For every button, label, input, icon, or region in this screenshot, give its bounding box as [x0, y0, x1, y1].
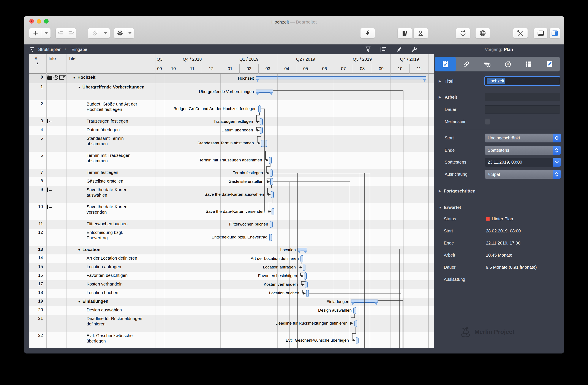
task-bar[interactable]	[306, 290, 309, 297]
task-row-7[interactable]: 7Termin festlegenTermin festlegen	[29, 169, 434, 177]
task-bar[interactable]	[260, 118, 263, 125]
task-row-4[interactable]: 4Datum überlegenDatum überlegen	[29, 126, 434, 135]
task-row-10[interactable]: 10←Save the date-Karten versendenSave th…	[29, 203, 434, 220]
column-header-info[interactable]: Info	[46, 54, 66, 74]
task-bar[interactable]	[271, 191, 274, 198]
right-panel-toggle[interactable]	[549, 28, 560, 39]
task-bar[interactable]	[300, 255, 303, 263]
quarter-header-1[interactable]: Q4 / 2018	[164, 54, 221, 64]
month-header-10[interactable]: 07	[334, 64, 353, 74]
task-row-17[interactable]: 17Kosten verhandelnKosten verhandeln	[29, 280, 434, 289]
task-row-1[interactable]: 1▼Übergreifende VorbereitungenÜbergreife…	[29, 83, 434, 100]
sync-button[interactable]	[456, 28, 470, 39]
add-task-button-group[interactable]	[29, 28, 51, 39]
arbeit-input[interactable]	[484, 93, 560, 101]
quarter-header-2[interactable]: Q1 / 2019	[221, 54, 278, 64]
task-bar[interactable]	[269, 234, 272, 241]
task-row-9[interactable]: 9←Save the date-Karten auswählenSave the…	[29, 186, 434, 203]
quarter-header-4[interactable]: Q3 / 2019	[334, 54, 391, 64]
collapse-triangle-icon[interactable]: ▼	[73, 76, 76, 80]
indent-icon[interactable]	[56, 28, 66, 38]
month-header-9[interactable]: 06	[315, 64, 334, 74]
task-bar[interactable]	[356, 337, 358, 344]
format-brush-icon[interactable]	[395, 46, 402, 53]
resources-button[interactable]	[413, 28, 428, 39]
task-bar[interactable]	[270, 221, 273, 228]
outdent-icon[interactable]	[66, 28, 76, 38]
quarter-header-3[interactable]: Q2 / 2019	[277, 54, 334, 64]
task-bar[interactable]	[305, 281, 308, 288]
task-bar[interactable]	[353, 307, 356, 314]
task-bar[interactable]	[258, 105, 261, 113]
timeline-month-row[interactable]: 091011120102030405060708091011	[155, 64, 428, 74]
publish-button[interactable]	[475, 28, 490, 39]
task-row-16[interactable]: 16Favoriten besichtigenFavoriten besicht…	[29, 272, 434, 280]
ausrichtung-popup[interactable]: ↳Spät	[484, 170, 561, 179]
tab-utilization[interactable]: %	[498, 57, 519, 71]
task-bar[interactable]	[270, 169, 273, 177]
month-header-5[interactable]: 02	[240, 64, 259, 74]
month-header-8[interactable]: 05	[296, 64, 315, 74]
month-header-11[interactable]: 08	[353, 64, 372, 74]
summary-bar[interactable]	[351, 300, 378, 303]
gear-icon[interactable]	[114, 28, 126, 38]
month-header-1[interactable]: 10	[164, 64, 183, 74]
tab-plan-info[interactable]	[435, 57, 456, 71]
task-bar[interactable]	[269, 157, 272, 164]
month-header-2[interactable]: 11	[183, 64, 202, 74]
paperclip-icon[interactable]	[88, 28, 101, 38]
tab-finances[interactable]: $	[477, 57, 498, 71]
add-dropdown-chevron-icon[interactable]	[42, 28, 50, 38]
arbeit-disclosure-icon[interactable]: ▶	[439, 95, 441, 99]
actions-button[interactable]	[360, 28, 375, 39]
task-row-2[interactable]: 2Budget, Größe und Art der Hochzeit fest…	[29, 100, 434, 117]
collapse-triangle-icon[interactable]: ▼	[78, 248, 81, 252]
erwartet-disclosure-icon[interactable]: ▼	[439, 206, 442, 209]
summary-bar[interactable]	[256, 90, 273, 93]
style-list-icon[interactable]	[380, 46, 386, 52]
titel-disclosure-icon[interactable]: ▶	[439, 79, 441, 83]
task-bar[interactable]	[260, 127, 263, 134]
add-icon[interactable]	[30, 28, 42, 38]
tab-notes[interactable]	[539, 57, 560, 71]
settings-wrench-icon[interactable]	[411, 46, 417, 53]
quarter-header-0[interactable]: Q3	[155, 54, 164, 64]
month-header-14[interactable]: 11	[410, 64, 429, 74]
meilenstein-checkbox[interactable]	[484, 119, 490, 124]
month-header-6[interactable]: 03	[259, 64, 278, 74]
tools-button[interactable]	[513, 28, 528, 39]
start-popup[interactable]: Uneingeschränkt	[484, 134, 561, 142]
tab-resources[interactable]	[518, 57, 539, 71]
task-row-15[interactable]: 15Location anfragenLocation anfragen	[29, 263, 434, 272]
summary-bar[interactable]	[297, 248, 307, 251]
summary-bar[interactable]	[256, 76, 426, 80]
task-row-8[interactable]: 8Gästeliste erstellenGästeliste erstelle…	[29, 177, 434, 186]
task-row-18[interactable]: 18Location buchenLocation buchen	[29, 289, 434, 298]
task-row-20[interactable]: 20Design auswählenDesign auswählen	[29, 306, 434, 315]
month-header-0[interactable]: 09	[155, 64, 164, 74]
fortgeschritten-disclosure-icon[interactable]: ▶	[439, 189, 441, 193]
attach-dropdown-chevron-icon[interactable]	[101, 28, 110, 38]
task-bar[interactable]	[270, 178, 273, 185]
task-row-0[interactable]: 0▼HochzeitHochzeit	[29, 74, 434, 83]
dauer-input[interactable]	[484, 105, 560, 114]
task-row-11[interactable]: 11Flitterwochen buchenFlitterwochen buch…	[29, 220, 434, 229]
spaetestens-date-field[interactable]: 23.11.2019, 00:00	[484, 158, 561, 167]
breadcrumb-item-strukturplan[interactable]: Strukturplan	[38, 47, 62, 52]
column-header-number[interactable]: # ▲	[29, 54, 46, 74]
task-row-22[interactable]: 22Evtl. Geschenkwünsche überlegenEvtl. G…	[29, 332, 434, 348]
task-row-19[interactable]: 19▼EinladungenEinladungen	[29, 298, 434, 306]
filter-funnel-icon[interactable]	[365, 46, 371, 53]
month-header-4[interactable]: 01	[221, 64, 240, 74]
month-header-12[interactable]: 09	[372, 64, 391, 74]
collapse-triangle-icon[interactable]: ▼	[78, 300, 81, 304]
library-button[interactable]	[398, 28, 412, 39]
task-row-14[interactable]: 14Art der Location definierenArt der Loc…	[29, 254, 434, 263]
bottom-panel-toggle[interactable]	[534, 28, 548, 39]
task-bar[interactable]	[355, 320, 357, 327]
task-bar[interactable]	[304, 272, 307, 280]
task-row-21[interactable]: 21Deadline für Rückmeldungen definierenD…	[29, 315, 434, 332]
task-row-12[interactable]: 12Entscheidung bzgl. EhevertragEntscheid…	[29, 229, 434, 246]
titel-input[interactable]: Hochzeit	[484, 76, 560, 86]
timeline-quarter-row[interactable]: Q3Q4 / 2018Q1 / 2019Q2 / 2019Q3 / 2019Q4…	[155, 54, 428, 64]
